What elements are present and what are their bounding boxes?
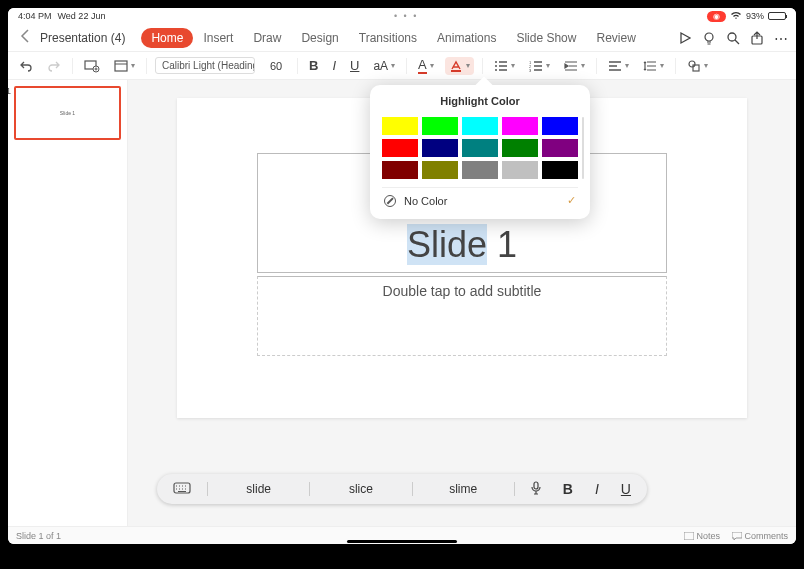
title-selected-text[interactable]: Slide — [407, 224, 487, 265]
kb-underline-button[interactable]: U — [615, 481, 637, 497]
title-bar: Presentation (4) Home Insert Draw Design… — [8, 24, 796, 52]
lightbulb-icon[interactable] — [702, 31, 716, 45]
tab-draw[interactable]: Draw — [243, 28, 291, 48]
present-icon[interactable] — [678, 31, 692, 45]
align-button[interactable]: ▾ — [605, 58, 632, 74]
text-effects-button[interactable]: aA▾ — [370, 57, 398, 75]
battery-icon — [768, 12, 786, 20]
color-swatch-13[interactable] — [502, 161, 538, 179]
search-icon[interactable] — [726, 31, 740, 45]
checkmark-icon: ✓ — [567, 194, 576, 207]
shapes-button[interactable]: ▾ — [684, 57, 711, 75]
dictation-icon[interactable] — [525, 481, 547, 498]
svg-rect-6 — [451, 70, 461, 72]
comments-button[interactable]: Comments — [732, 531, 788, 541]
subtitle-placeholder[interactable]: Double tap to add subtitle — [257, 276, 667, 356]
color-swatch-10[interactable] — [382, 161, 418, 179]
color-swatch-3[interactable] — [502, 117, 538, 135]
suggestion-3[interactable]: slime — [423, 482, 504, 496]
indent-button[interactable]: ▾ — [561, 58, 588, 74]
color-swatch-6[interactable] — [422, 139, 458, 157]
wifi-icon — [730, 11, 742, 22]
color-swatch-8[interactable] — [502, 139, 538, 157]
italic-button[interactable]: I — [329, 56, 339, 75]
line-spacing-button[interactable]: ▾ — [640, 58, 667, 74]
new-slide-button[interactable] — [81, 57, 103, 75]
color-swatch-9[interactable] — [542, 139, 578, 157]
document-title[interactable]: Presentation (4) — [40, 31, 125, 45]
ribbon-tabs: Home Insert Draw Design Transitions Anim… — [141, 28, 645, 48]
no-color-icon — [384, 195, 396, 207]
svg-point-7 — [495, 61, 497, 63]
no-color-label: No Color — [404, 195, 447, 207]
svg-point-8 — [495, 65, 497, 67]
color-swatch-14[interactable] — [542, 161, 578, 179]
thumbnail-number: 1 — [8, 86, 11, 96]
font-color-button[interactable]: A▾ — [415, 55, 437, 76]
tab-design[interactable]: Design — [291, 28, 348, 48]
back-button[interactable] — [16, 29, 34, 46]
kb-bold-button[interactable]: B — [557, 481, 579, 497]
tab-home[interactable]: Home — [141, 28, 193, 48]
svg-point-1 — [728, 33, 736, 41]
slide-thumbnail-panel: 1 Slide 1 — [8, 80, 128, 526]
color-swatch-0[interactable] — [382, 117, 418, 135]
tab-animations[interactable]: Animations — [427, 28, 506, 48]
color-swatch-grid — [382, 117, 578, 179]
tab-insert[interactable]: Insert — [193, 28, 243, 48]
highlight-color-button[interactable]: ▾ — [445, 57, 474, 75]
more-icon[interactable]: ⋯ — [774, 31, 788, 45]
color-swatch-12[interactable] — [462, 161, 498, 179]
bullets-button[interactable]: ▾ — [491, 58, 518, 74]
ipad-status-bar: 4:04 PM Wed 22 Jun • • • ◉ 93% — [8, 8, 796, 24]
svg-point-0 — [705, 33, 713, 41]
screen-recording-indicator[interactable]: ◉ — [707, 11, 726, 22]
keyboard-shortcut-bar: slide slice slime B I U — [157, 474, 647, 504]
slide-thumbnail-1[interactable]: Slide 1 — [14, 86, 121, 140]
keyboard-toggle-icon[interactable] — [167, 481, 197, 497]
home-indicator[interactable] — [347, 540, 457, 543]
share-icon[interactable] — [750, 31, 764, 45]
multitask-ellipsis[interactable]: • • • — [105, 11, 707, 21]
subtitle-placeholder-text: Double tap to add subtitle — [383, 283, 542, 299]
svg-point-9 — [495, 69, 497, 71]
tab-transitions[interactable]: Transitions — [349, 28, 427, 48]
suggestion-2[interactable]: slice — [320, 482, 401, 496]
svg-rect-5 — [115, 61, 127, 71]
color-swatch-5[interactable] — [382, 139, 418, 157]
font-size-field[interactable]: 60 — [263, 60, 289, 72]
numbering-button[interactable]: 123▾ — [526, 58, 553, 74]
layout-button[interactable]: ▾ — [111, 58, 138, 74]
tab-review[interactable]: Review — [586, 28, 645, 48]
color-swatch-11[interactable] — [422, 161, 458, 179]
color-swatch-7[interactable] — [462, 139, 498, 157]
highlight-color-popover: Highlight Color No Color ✓ — [370, 85, 590, 219]
svg-point-13 — [689, 61, 695, 67]
status-time: 4:04 PM — [18, 11, 52, 21]
bold-button[interactable]: B — [306, 56, 321, 75]
svg-text:3: 3 — [529, 68, 532, 72]
kb-italic-button[interactable]: I — [589, 481, 605, 497]
no-color-option[interactable]: No Color ✓ — [382, 187, 578, 213]
font-name-selector[interactable]: Calibri Light (Headings) — [155, 57, 255, 74]
color-swatch-2[interactable] — [462, 117, 498, 135]
slide-counter: Slide 1 of 1 — [16, 531, 61, 541]
thumbnail-title: Slide 1 — [60, 110, 75, 116]
suggestion-1[interactable]: slide — [218, 482, 299, 496]
title-text[interactable]: Slide 1 — [407, 224, 517, 266]
underline-button[interactable]: U — [347, 56, 362, 75]
formatting-toolbar: ▾ Calibri Light (Headings) 60 B I U aA▾ … — [8, 52, 796, 80]
battery-percent: 93% — [746, 11, 764, 21]
tab-slide-show[interactable]: Slide Show — [506, 28, 586, 48]
title-rest-text[interactable]: 1 — [487, 224, 517, 265]
popover-title: Highlight Color — [382, 95, 578, 107]
notes-button[interactable]: Notes — [684, 531, 720, 541]
color-swatch-4[interactable] — [542, 117, 578, 135]
svg-rect-16 — [534, 482, 538, 489]
redo-button[interactable] — [44, 57, 64, 75]
svg-rect-17 — [684, 532, 694, 540]
status-date: Wed 22 Jun — [58, 11, 106, 21]
color-swatch-1[interactable] — [422, 117, 458, 135]
undo-button[interactable] — [16, 57, 36, 75]
